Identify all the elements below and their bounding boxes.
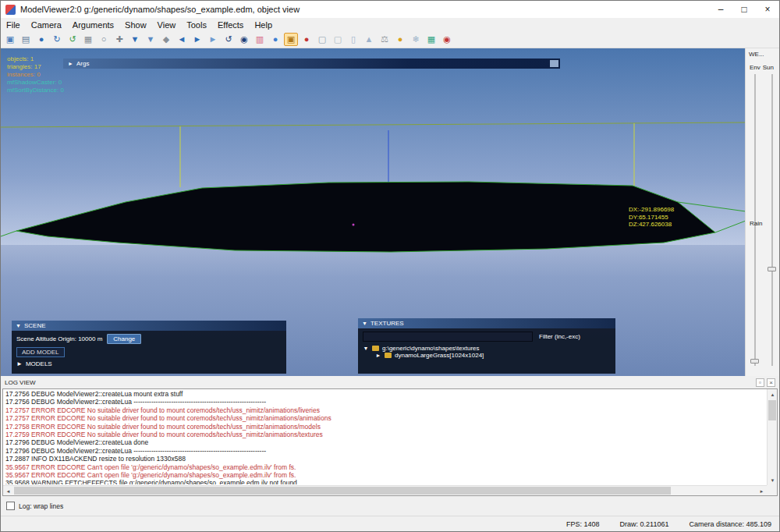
render-stat-line: mfSortByDistance: 0 — [7, 87, 64, 94]
gold-coin-icon[interactable]: ● — [393, 33, 407, 46]
menu-arguments[interactable]: Arguments — [67, 20, 119, 30]
log-view: 17.2756 DEBUG ModelViewer2::createLua mo… — [2, 388, 778, 496]
folder-icon — [385, 353, 392, 358]
play-icon[interactable]: ► — [190, 33, 204, 46]
signal-icon[interactable]: ▲ — [362, 33, 376, 46]
scroll-left-icon[interactable]: ◄ — [3, 486, 13, 496]
menu-tools[interactable]: Tools — [181, 20, 212, 30]
draw-time-readout: Draw: 0.211061 — [620, 520, 669, 528]
render-stat-line: objects: 1 — [7, 55, 64, 63]
scene-panel: ▼ SCENE Scene Altitude Origin: 10000 m C… — [12, 321, 286, 374]
export-page-icon[interactable]: ▯ — [346, 33, 360, 46]
log-view-title: LOG VIEW — [5, 379, 36, 386]
popout-icon[interactable]: ▫ — [756, 378, 764, 387]
log-line: 35.9567 ERROR EDCORE Can't open file 'g:… — [5, 471, 766, 479]
scroll-right-icon[interactable]: ► — [757, 486, 767, 496]
title-bar: ModelViewer2:0 g:/generic/dynamo/shapes/… — [1, 1, 779, 18]
histogram-icon[interactable]: ▥ — [253, 33, 267, 46]
record-sphere-icon[interactable]: ● — [300, 33, 314, 46]
grid-icon[interactable]: ▦ — [424, 33, 438, 46]
scene-panel-header[interactable]: ▼ SCENE — [12, 321, 286, 331]
menu-effects[interactable]: Effects — [212, 20, 249, 30]
log-line: 17.2796 DEBUG ModelViewer2::createLua --… — [5, 447, 766, 455]
menu-view[interactable]: View — [152, 20, 182, 30]
menu-file[interactable]: File — [1, 20, 26, 30]
menu-show[interactable]: Show — [119, 20, 152, 30]
log-line: 17.2759 ERROR EDCORE No suitable driver … — [5, 431, 766, 438]
menu-help[interactable]: Help — [249, 20, 278, 30]
log-options-row: Log: wrap lines — [1, 496, 779, 516]
close-icon[interactable]: × — [767, 378, 775, 387]
texture-tree: ▼ g:\generic\dynamo\shapes\textures ► dy… — [363, 345, 611, 359]
models-label: MODELS — [26, 360, 52, 367]
refresh-icon[interactable]: ↻ — [50, 33, 64, 46]
snowflake-icon[interactable]: ❄ — [409, 33, 423, 46]
eyedropper-icon[interactable]: ◆ — [159, 33, 173, 46]
minimize-button[interactable]: – — [709, 1, 732, 18]
vertical-scroll-thumb[interactable] — [768, 400, 776, 420]
dark-globe-icon[interactable]: ◉ — [237, 33, 251, 46]
rotate-green-icon[interactable]: ↺ — [66, 33, 80, 46]
log-line: 17.2796 DEBUG ModelViewer2::createLua do… — [5, 438, 766, 446]
new-viewport-icon[interactable]: ▣ — [3, 33, 17, 46]
texture-filter-input[interactable] — [363, 332, 533, 342]
render-stat-line: instances: 0 — [7, 71, 64, 79]
horizontal-scroll-thumb[interactable] — [14, 487, 671, 495]
blue-sphere-icon[interactable]: ● — [268, 33, 282, 46]
scroll-up-icon[interactable]: ▲ — [768, 389, 778, 399]
scroll-down-icon[interactable]: ▼ — [768, 475, 778, 485]
globe-icon[interactable]: ● — [34, 33, 48, 46]
axis-delta-readout: DX:-291.896698 DY:65.171455 DZ:427.62603… — [629, 206, 674, 229]
camera-distance-readout: Camera distance: 485.109 — [689, 520, 771, 528]
log-line: 17.2756 DEBUG ModelViewer2::createLua mo… — [5, 390, 766, 398]
args-label: Args — [76, 60, 89, 67]
texture-item-row[interactable]: ► dynamoLargeGrass[1024x1024] — [363, 352, 611, 359]
collapse-arrow-icon: ▼ — [16, 323, 21, 328]
menu-camera[interactable]: Camera — [26, 20, 67, 30]
filter-text-icon[interactable]: ▼ — [144, 33, 158, 46]
scales-icon[interactable]: ⚖ — [378, 33, 392, 46]
cube-outline-icon[interactable]: ▢ — [331, 33, 345, 46]
textures-browser-icon[interactable]: ▣ — [284, 33, 298, 46]
horizontal-scrollbar[interactable]: ◄ ► — [3, 485, 767, 495]
texture-folder-row[interactable]: ▼ g:\generic\dynamo\shapes\textures — [363, 345, 611, 352]
sun-slider-handle[interactable] — [768, 267, 776, 271]
change-altitude-button[interactable]: Change — [107, 334, 141, 344]
render-stat-line: mfShadowCaster: 0 — [7, 79, 64, 87]
sun-slider-track[interactable] — [771, 74, 773, 366]
step-forward-icon[interactable]: ► — [206, 33, 220, 46]
scrollbar-corner — [767, 485, 777, 495]
disc-icon[interactable]: ◉ — [440, 33, 454, 46]
viewport-3d[interactable]: objects: 1 triangles: 17 instances: 0 mf… — [1, 48, 745, 376]
collapse-arrow-icon: ▼ — [362, 321, 367, 326]
log-line: 17.2758 ERROR EDCORE No suitable driver … — [5, 423, 766, 431]
monitor-icon[interactable]: ▤ — [19, 33, 33, 46]
add-cross-icon[interactable]: ✚ — [112, 33, 126, 46]
maximize-button[interactable]: □ — [732, 1, 756, 18]
tree-item-label: g:\generic\dynamo\shapes\textures — [382, 345, 480, 352]
env-slider-handle[interactable] — [750, 359, 759, 364]
log-line: 35.9567 ERROR EDCORE Can't open file 'g:… — [5, 463, 766, 471]
wrap-lines-checkbox[interactable] — [6, 502, 15, 510]
magnifier-icon[interactable]: ○ — [97, 33, 111, 46]
step-back-icon[interactable]: ◄ — [175, 33, 189, 46]
cube-icon[interactable]: ▢ — [315, 33, 329, 46]
sun-label: Sun — [763, 64, 774, 71]
status-bar: FPS: 1408 Draw: 0.211061 Camera distance… — [1, 516, 779, 531]
camera-icon[interactable]: ▦ — [81, 33, 95, 46]
log-line: 35.9568 WARNING FETCHEFFECTS file g:/gen… — [5, 479, 766, 484]
add-model-button[interactable]: ADD MODEL — [16, 347, 65, 357]
args-bar-cap — [550, 60, 558, 67]
models-tree-node[interactable]: ► MODELS — [16, 360, 282, 367]
undo-arc-icon[interactable]: ↺ — [222, 33, 236, 46]
textures-panel-header[interactable]: ▼ TEXTURES — [358, 318, 615, 328]
vertical-scrollbar[interactable]: ▲ ▼ — [767, 389, 777, 485]
axis-delta-line: DX:-291.896698 — [629, 206, 674, 214]
wrap-lines-label: Log: wrap lines — [19, 502, 63, 510]
axis-delta-line: DZ:427.626038 — [629, 221, 674, 229]
args-panel-header[interactable]: ► Args — [63, 59, 560, 69]
close-button[interactable]: × — [756, 1, 779, 18]
altitude-origin-label: Scene Altitude Origin: 10000 m — [16, 335, 102, 342]
filter-funnel-icon[interactable]: ▼ — [128, 33, 142, 46]
expand-arrow-icon: ► — [68, 61, 73, 66]
